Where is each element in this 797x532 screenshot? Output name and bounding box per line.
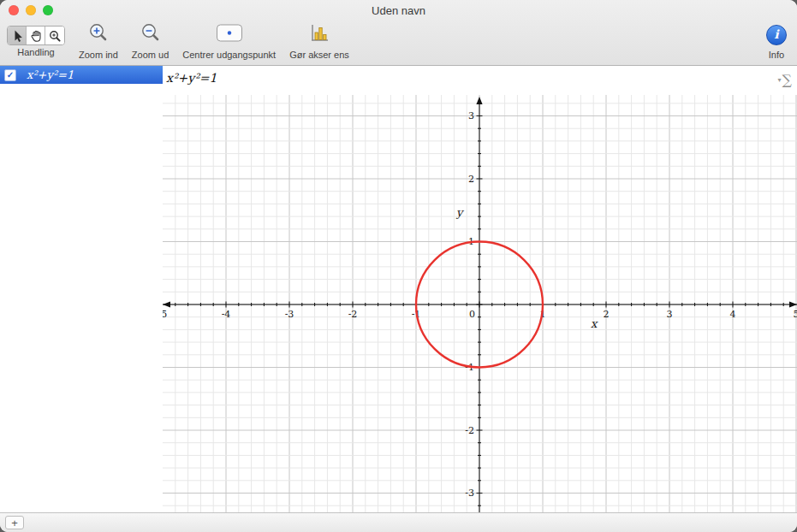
fullscreen-button[interactable] — [43, 5, 53, 15]
svg-text:-3: -3 — [285, 309, 294, 320]
tool-zoom-out: Zoom ud — [132, 21, 169, 60]
arrow-tool-button[interactable] — [8, 27, 27, 44]
minimize-button[interactable] — [26, 5, 36, 15]
equation-list-item-label: x²+y²=1 — [27, 68, 74, 81]
handling-label: Handling — [17, 47, 54, 57]
tool-info: i Info — [766, 21, 787, 60]
toolbar: Handling Zoom ind — [0, 21, 797, 65]
zoom-in-button[interactable] — [87, 21, 110, 48]
svg-text:2: 2 — [468, 174, 474, 185]
zoom-in-icon — [87, 21, 110, 45]
titlebar: Uden navn — [0, 0, 797, 21]
center-origin-button[interactable] — [216, 21, 243, 48]
info-label: Info — [769, 50, 784, 60]
equal-axes-icon — [308, 22, 330, 44]
graph-canvas[interactable]: -5-4-3-2-1123450-3-2-1123xy — [163, 66, 797, 514]
center-origin-label: Centrer udgangspunkt — [182, 50, 276, 60]
equal-axes-button[interactable] — [308, 21, 330, 48]
hand-icon — [28, 28, 44, 44]
zoom-tool-button[interactable] — [45, 27, 64, 44]
equation-visibility-checkbox[interactable]: ✓ — [4, 69, 16, 81]
svg-text:-5: -5 — [163, 309, 167, 320]
graph-equation-label: x²+y²=1 — [166, 71, 217, 85]
cursor-icon — [9, 28, 25, 44]
hand-tool-button[interactable] — [27, 27, 45, 44]
svg-text:y: y — [455, 206, 464, 219]
svg-text:-4: -4 — [222, 309, 231, 320]
tool-equal-axes: Gør akser ens — [289, 21, 349, 60]
svg-text:-3: -3 — [465, 488, 474, 499]
tool-zoom-in: Zoom ind — [79, 21, 118, 60]
traffic-lights — [9, 5, 53, 15]
sigma-icon: ∑ — [782, 72, 792, 88]
equal-axes-label: Gør akser ens — [289, 50, 349, 60]
window-title: Uden navn — [0, 0, 797, 21]
center-origin-icon — [216, 23, 243, 44]
zoom-out-icon — [140, 21, 162, 45]
svg-text:x: x — [591, 317, 598, 330]
magnifier-plus-icon — [47, 28, 62, 44]
svg-text:3: 3 — [468, 110, 474, 121]
handling-segmented-control — [7, 26, 65, 45]
graph-area: -5-4-3-2-1123450-3-2-1123xy x²+y²=1 ▾ ∑ — [163, 66, 797, 513]
bottom-bar: + — [0, 512, 797, 532]
svg-text:-2: -2 — [348, 309, 358, 320]
zoom-out-label: Zoom ud — [132, 50, 169, 60]
svg-text:4: 4 — [730, 309, 736, 320]
svg-text:2: 2 — [604, 309, 610, 320]
tool-handling: Handling — [7, 21, 65, 57]
window-chrome: Uden navn — [0, 0, 797, 66]
add-equation-button[interactable]: + — [5, 516, 24, 529]
svg-text:-2: -2 — [465, 425, 474, 436]
equation-list-sidebar: ✓ x²+y²=1 — [0, 66, 164, 513]
close-button[interactable] — [9, 5, 19, 15]
svg-text:0: 0 — [469, 309, 475, 320]
zoom-out-button[interactable] — [140, 21, 162, 48]
chevron-down-icon: ▾ — [778, 76, 782, 84]
tool-center-origin: Centrer udgangspunkt — [182, 21, 276, 60]
summation-menu-button[interactable]: ▾ ∑ — [778, 72, 792, 88]
info-icon: i — [766, 25, 787, 45]
svg-text:3: 3 — [667, 309, 673, 320]
info-button[interactable]: i — [766, 21, 787, 48]
grapher-window: Uden navn — [0, 0, 797, 532]
zoom-in-label: Zoom ind — [79, 50, 118, 60]
equation-list-item[interactable]: ✓ x²+y²=1 — [0, 66, 163, 84]
svg-text:5: 5 — [794, 309, 797, 320]
